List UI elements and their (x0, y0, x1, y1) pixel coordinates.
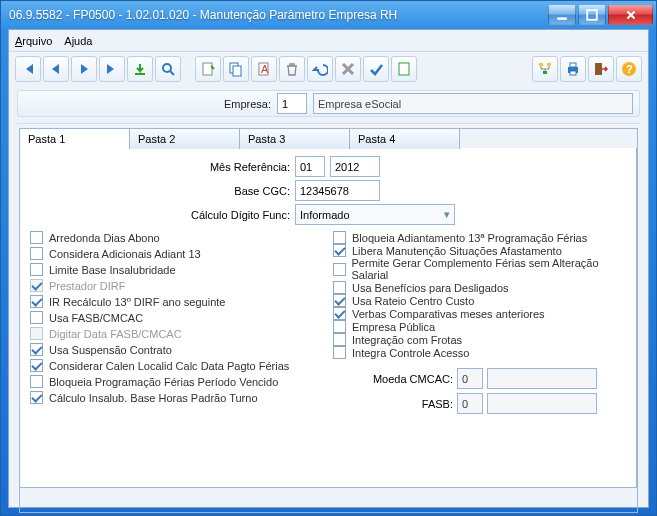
checkbox-box (30, 327, 43, 340)
checkbox-label: Arredonda Dias Abono (49, 232, 160, 244)
tab-pasta-4[interactable]: Pasta 4 (349, 128, 460, 149)
separator (17, 123, 640, 124)
checkbox-left-2[interactable]: Limite Base Insalubridade (30, 263, 323, 276)
checkbox-box[interactable] (333, 231, 346, 244)
svg-rect-15 (595, 63, 602, 75)
tab-pasta-2[interactable]: Pasta 2 (129, 128, 240, 149)
window-controls (546, 5, 653, 25)
left-column: Arredonda Dias AbonoConsidera Adicionais… (30, 231, 323, 414)
checkbox-right-8[interactable]: Integra Controle Acesso (333, 346, 626, 359)
checkbox-box[interactable] (30, 311, 43, 324)
checkbox-left-3: Prestador DIRF (30, 279, 323, 292)
checkbox-label: Usa Rateio Centro Custo (352, 295, 474, 307)
checkbox-left-10[interactable]: Cálculo Insalub. Base Horas Padrão Turno (30, 391, 323, 404)
moeda-code-input[interactable]: 0 (457, 368, 483, 389)
confirm-icon[interactable] (363, 56, 389, 82)
checkbox-label: IR Recálculo 13º DIRF ano seguinte (49, 296, 225, 308)
checkbox-box[interactable] (30, 359, 43, 372)
empresa-code-input[interactable]: 1 (277, 93, 307, 114)
checkbox-label: Libera Manutenção Situações Afastamento (352, 245, 562, 257)
goto-icon[interactable] (127, 56, 153, 82)
blank-page-icon[interactable] (391, 56, 417, 82)
next-icon[interactable] (71, 56, 97, 82)
checkbox-left-8[interactable]: Considerar Calen Localid Calc Data Pagto… (30, 359, 323, 372)
titlebar: 06.9.5582 - FP0500 - 1.02.01.020 - Manut… (1, 1, 656, 29)
checkbox-box[interactable] (333, 294, 346, 307)
checkbox-box[interactable] (30, 343, 43, 356)
checkbox-right-1[interactable]: Libera Manutenção Situações Afastamento (333, 244, 626, 257)
checkbox-box[interactable] (30, 375, 43, 388)
right-value-fields: Moeda CMCAC: 0 FASB: 0 (333, 368, 626, 414)
first-icon[interactable] (15, 56, 41, 82)
exit-icon[interactable] (588, 56, 614, 82)
rename-icon[interactable]: A (251, 56, 277, 82)
tab-pasta-3[interactable]: Pasta 3 (239, 128, 350, 149)
checkbox-box[interactable] (30, 391, 43, 404)
base-cgc-input[interactable]: 12345678 (295, 180, 380, 201)
checkbox-box[interactable] (333, 263, 346, 276)
moeda-label: Moeda CMCAC: (333, 373, 453, 385)
checkbox-left-0[interactable]: Arredonda Dias Abono (30, 231, 323, 244)
checkbox-box[interactable] (30, 231, 43, 244)
menu-file[interactable]: Arquivo (15, 35, 52, 47)
checkbox-left-6: Digitar Data FASB/CMCAC (30, 327, 323, 340)
checkbox-box[interactable] (333, 307, 346, 320)
new-icon[interactable] (195, 56, 221, 82)
minimize-button[interactable] (548, 5, 576, 25)
chevron-down-icon: ▾ (444, 208, 450, 221)
checkbox-box[interactable] (333, 244, 346, 257)
menubar: Arquivo Ajuda (9, 30, 648, 52)
help-icon[interactable]: ? (616, 56, 642, 82)
delete-icon[interactable] (279, 56, 305, 82)
checkbox-left-4[interactable]: IR Recálculo 13º DIRF ano seguinte (30, 295, 323, 308)
svg-rect-8 (399, 63, 409, 75)
checkbox-box[interactable] (30, 247, 43, 260)
checkbox-box[interactable] (333, 333, 346, 346)
toolbar: A ? (9, 52, 648, 88)
checkbox-right-3[interactable]: Usa Benefícios para Desligados (333, 281, 626, 294)
undo-icon[interactable] (307, 56, 333, 82)
tab-body: Mês Referência: 01 2012 Base CGC: 123456… (19, 148, 637, 488)
empresa-label: Empresa: (24, 98, 271, 110)
print-icon[interactable] (560, 56, 586, 82)
checkbox-right-4[interactable]: Usa Rateio Centro Custo (333, 294, 626, 307)
checkbox-right-6[interactable]: Empresa Pública (333, 320, 626, 333)
menu-help[interactable]: Ajuda (64, 35, 92, 47)
maximize-button[interactable] (578, 5, 606, 25)
close-button[interactable] (608, 5, 653, 25)
prev-icon[interactable] (43, 56, 69, 82)
calc-dig-label: Cálculo Dígito Func: (30, 209, 290, 221)
checkbox-left-1[interactable]: Considera Adicionais Adiant 13 (30, 247, 323, 260)
svg-rect-13 (570, 63, 576, 67)
checkbox-right-0[interactable]: Bloqueia Adiantamento 13ª Programação Fé… (333, 231, 626, 244)
tree-icon[interactable] (532, 56, 558, 82)
checkbox-right-5[interactable]: Verbas Comparativas meses anteriores (333, 307, 626, 320)
cancel-icon[interactable] (335, 56, 361, 82)
checkbox-box[interactable] (333, 320, 346, 333)
base-cgc-label: Base CGC: (30, 185, 290, 197)
checkbox-left-5[interactable]: Usa FASB/CMCAC (30, 311, 323, 324)
mes-ref-month-input[interactable]: 01 (295, 156, 325, 177)
mes-ref-year-input[interactable]: 2012 (330, 156, 380, 177)
fasb-code-input[interactable]: 0 (457, 393, 483, 414)
checkbox-right-2[interactable]: Permite Gerar Complemento Férias sem Alt… (333, 257, 626, 281)
right-column: Bloqueia Adiantamento 13ª Programação Fé… (333, 231, 626, 414)
last-icon[interactable] (99, 56, 125, 82)
checkbox-right-7[interactable]: Integração com Frotas (333, 333, 626, 346)
calc-dig-select[interactable]: Informado ▾ (295, 204, 455, 225)
copy-icon[interactable] (223, 56, 249, 82)
app-window: 06.9.5582 - FP0500 - 1.02.01.020 - Manut… (0, 0, 657, 516)
svg-rect-14 (570, 71, 576, 75)
checkbox-left-7[interactable]: Usa Suspensão Contrato (30, 343, 323, 356)
checkbox-box[interactable] (30, 295, 43, 308)
checkbox-label: Verbas Comparativas meses anteriores (352, 308, 545, 320)
checkbox-box (30, 279, 43, 292)
checkbox-box[interactable] (333, 346, 346, 359)
svg-rect-1 (587, 10, 597, 20)
checkbox-columns: Arredonda Dias AbonoConsidera Adicionais… (30, 231, 626, 414)
checkbox-left-9[interactable]: Bloqueia Programação Férias Período Venc… (30, 375, 323, 388)
tab-pasta-1[interactable]: Pasta 1 (19, 128, 130, 149)
checkbox-box[interactable] (333, 281, 346, 294)
search-icon[interactable] (155, 56, 181, 82)
checkbox-box[interactable] (30, 263, 43, 276)
